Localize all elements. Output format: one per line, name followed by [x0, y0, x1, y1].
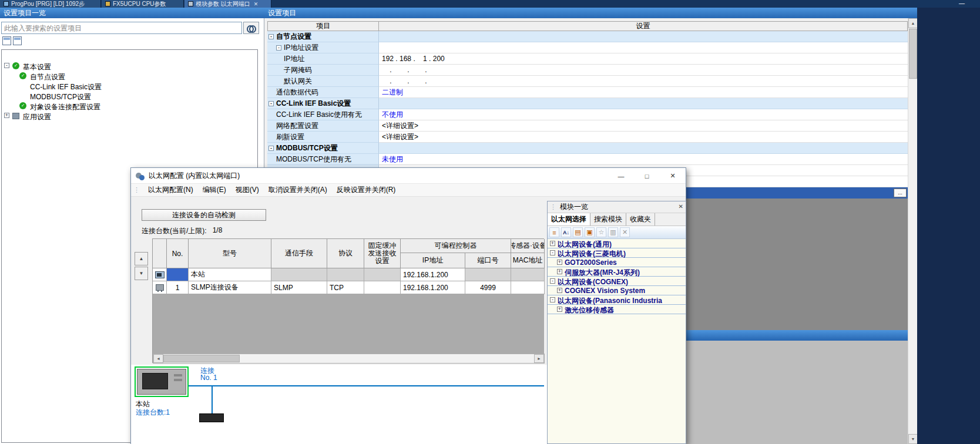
close-button[interactable]: ✕ [660, 168, 686, 184]
favorite-delete-icon[interactable]: ✕ [620, 227, 630, 237]
sort-az-icon[interactable]: A↓ [561, 227, 571, 237]
menu-edit[interactable]: 编辑(E) [198, 184, 231, 196]
module-tree-item[interactable]: + GOT2000Series [548, 258, 686, 267]
settings-row[interactable]: 默认网关 . . . [267, 76, 908, 87]
view-list-icon[interactable]: ▤ [573, 227, 583, 237]
settings-row[interactable]: CC-Link IEF Basic使用有无 不使用 [267, 109, 908, 120]
close-tab-icon[interactable]: ✕ [254, 1, 259, 7]
settings-row[interactable]: 子网掩码 . . . [267, 65, 908, 76]
menu-ethernet-config[interactable]: 以太网配置(N) [143, 184, 198, 196]
plus-expander-icon[interactable]: + [550, 241, 555, 246]
settings-row[interactable]: -自节点设置 [267, 31, 908, 42]
tab-search-module[interactable]: 搜索模块 [590, 213, 626, 226]
device-icon-cell[interactable] [153, 281, 167, 294]
display-order-icon[interactable]: ≡ [549, 227, 559, 237]
scroll-left-icon[interactable]: ◄ [153, 354, 163, 363]
scroll-up-icon[interactable]: ▲ [908, 18, 918, 28]
slmp-device-image[interactable] [199, 413, 224, 422]
move-row-up-button[interactable]: ▲ [135, 252, 148, 265]
list-view-icon[interactable] [2, 36, 11, 45]
scrollbar-thumb[interactable] [909, 29, 917, 79]
module-tree-item[interactable]: - 以太网设备(三菱电机) [548, 248, 686, 258]
collapse-expander-icon[interactable]: - [269, 101, 274, 106]
plus-expander-icon[interactable]: + [557, 269, 562, 274]
move-row-down-button[interactable]: ▼ [135, 267, 148, 280]
column-header-item[interactable]: 项目 [267, 21, 379, 31]
favorite-window-icon[interactable]: ▥ [608, 227, 618, 237]
device-icon-cell[interactable] [153, 268, 167, 281]
module-tree-item[interactable]: + 伺服放大器(MR-J4系列) [548, 267, 686, 277]
scroll-down-icon[interactable]: ▼ [908, 434, 918, 444]
scroll-right-icon[interactable]: ► [534, 354, 544, 363]
comm-cell[interactable]: SLMP [271, 281, 327, 294]
module-tree-item[interactable]: - 以太网设备(Panasonic Industria [548, 295, 686, 305]
tree-item-application-settings[interactable]: + 应用设置 [2, 112, 257, 121]
search-input[interactable] [1, 22, 242, 34]
auto-detect-button[interactable]: 连接设备的自动检测 [142, 209, 266, 221]
tree-item-target-device-config[interactable]: ✓ 对象设备连接配置设置 [2, 102, 257, 111]
search-button[interactable] [243, 22, 259, 34]
module-list-title-bar[interactable]: ⋮ 模块一览 ✕ [548, 201, 686, 213]
host-device-image[interactable] [135, 366, 189, 397]
no-cell[interactable]: 1 [167, 281, 189, 294]
tree-item-modbus-tcp[interactable]: MODBUS/TCP设置 [2, 92, 257, 101]
view-detail-icon[interactable]: ▣ [585, 227, 595, 237]
menu-cancel-and-close[interactable]: 取消设置并关闭(A) [264, 184, 332, 196]
collapse-expander-icon[interactable]: - [269, 146, 274, 151]
tree-item-own-node[interactable]: ✓ 自节点设置 [2, 72, 257, 81]
tab-progpou[interactable]: ProgPou [PRG] [LD] 1092步 [0, 0, 101, 8]
ip-cell[interactable]: 192.168.1.200 [401, 268, 465, 281]
settings-row[interactable]: -MODBUS/TCP设置 [267, 143, 908, 154]
module-tree-item[interactable]: + COGNEX Vision System [548, 286, 686, 295]
tree-item-cclink-basic[interactable]: CC-Link IEF Basic设置 [2, 82, 257, 91]
settings-row[interactable]: -IP地址设置 [267, 42, 908, 53]
protocol-cell[interactable]: TCP [327, 281, 364, 294]
favorite-add-icon[interactable]: ☆ [596, 227, 606, 237]
tree-item-basic-settings[interactable]: - ✓ 基本设置 [2, 62, 257, 71]
model-cell[interactable]: 本站 [189, 268, 271, 281]
tab-eth-select[interactable]: 以太网选择 [548, 213, 590, 226]
minimize-button[interactable]: — [608, 168, 634, 184]
mac-cell[interactable] [511, 281, 545, 294]
close-panel-icon[interactable]: ✕ [679, 203, 683, 210]
tab-cpu-parameter[interactable]: FX5UCPU CPU参数 [102, 0, 184, 8]
settings-row[interactable]: 网络配置设置 <详细设置> [267, 120, 908, 132]
buffer-cell[interactable] [364, 281, 401, 294]
model-cell[interactable]: SLMP连接设备 [189, 281, 271, 294]
plus-expander-icon[interactable]: + [557, 260, 562, 265]
module-tree-item[interactable]: + 以太网设备(通用) [548, 239, 686, 248]
window-minimize-icon[interactable]: — [959, 0, 965, 7]
tree-view-icon[interactable] [13, 36, 22, 45]
dialog-title-bar[interactable]: 以太网配置 (内置以太网端口) — □ ✕ [131, 168, 686, 184]
device-screen [142, 373, 168, 389]
settings-scrollbar[interactable]: ▲ ▼ [908, 18, 917, 444]
minus-expander-icon[interactable]: - [550, 297, 555, 302]
plus-expander-icon[interactable]: + [557, 307, 562, 312]
minus-expander-icon[interactable]: - [550, 250, 555, 255]
settings-row[interactable]: 刷新设置 <详细设置> [267, 132, 908, 143]
scrollbar-thumb[interactable] [163, 355, 240, 362]
menu-apply-and-close[interactable]: 反映设置并关闭(R) [332, 184, 401, 196]
selected-cell[interactable] [167, 268, 189, 281]
expand-expander-icon[interactable]: + [4, 113, 9, 118]
collapse-expander-icon[interactable]: - [276, 45, 281, 51]
table-horizontal-scrollbar[interactable]: ◄ ► [153, 354, 545, 364]
collapse-expander-icon[interactable]: - [4, 63, 9, 68]
settings-row[interactable]: -CC-Link IEF Basic设置 [267, 98, 908, 109]
settings-row[interactable]: MODBUS/TCP使用有无 未使用 [267, 154, 908, 165]
settings-row[interactable]: 通信数据代码 二进制 [267, 87, 908, 98]
menu-view[interactable]: 视图(V) [231, 184, 264, 196]
detail-settings-browse-button[interactable]: ... [894, 189, 907, 197]
column-header-setting[interactable]: 设置 [378, 21, 908, 31]
plus-expander-icon[interactable]: + [557, 288, 562, 293]
port-cell[interactable]: 4999 [465, 281, 511, 294]
settings-row[interactable]: IP地址 192 . 168 . 1 . 200 [267, 53, 908, 65]
maximize-button[interactable]: □ [634, 168, 660, 184]
collapse-expander-icon[interactable]: - [269, 34, 274, 39]
minus-expander-icon[interactable]: - [550, 278, 555, 284]
module-tree-item[interactable]: - 以太网设备(COGNEX) [548, 277, 686, 286]
tab-module-parameter[interactable]: 模块参数 以太网端口 ✕ [184, 0, 271, 8]
tab-favorites[interactable]: 收藏夹 [626, 213, 655, 226]
module-tree-item[interactable]: + 激光位移传感器 [548, 305, 686, 314]
ip-cell[interactable]: 192.168.1.200 [401, 281, 465, 294]
